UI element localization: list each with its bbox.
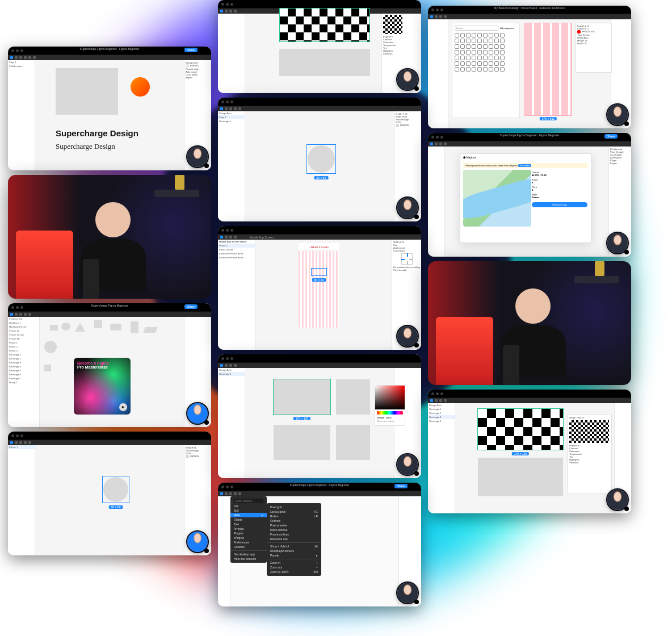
frame-size-label: 375 × 812 <box>540 117 557 120</box>
main-menu[interactable]: File Edit View▸ Object Text Arrange Plug… <box>230 496 267 563</box>
tile-image-fill-checker[interactable]: Exposure Contrast Saturation Temperature… <box>218 0 421 93</box>
phone-header: ‹ Read 2 books <box>299 243 339 251</box>
grid-preview-frame[interactable]: 375 × 812 <box>524 23 572 116</box>
get-token-button[interactable]: Get token <box>518 164 531 167</box>
color-picker-popover[interactable]: 000000 100% Document colors <box>375 385 405 426</box>
icon-grid[interactable] <box>455 33 517 72</box>
checker-image[interactable] <box>478 409 563 450</box>
figma-toolbar[interactable] <box>8 55 211 60</box>
layout-grid-settings-popover[interactable]: Layout grid Columns 5 FF0000 10% Type St… <box>576 23 612 73</box>
phone-frame[interactable]: ‹ Read 2 books 80 × 24 <box>299 243 339 328</box>
heading-sans: Supercharge Design <box>56 128 138 138</box>
selection-size-label: 80 × 80 <box>314 176 329 179</box>
constraints-widget[interactable] <box>401 253 413 265</box>
tile-quick-actions[interactable]: Supercharge Figma Beginner · Figma Begin… <box>218 483 421 606</box>
instructor-video-large-2[interactable] <box>428 261 631 385</box>
collage-stage: Supercharge Figma Beginner · Figma Begin… <box>0 0 672 636</box>
image-preview-thumb[interactable] <box>569 420 609 443</box>
masterclass-card[interactable]: Become a Figma Pro Masterclass ▸ <box>74 358 131 415</box>
tile-mobile-constraints[interactable]: Mobile App Screen Mobile App Screen Name… <box>218 226 421 350</box>
tile-text-styles[interactable]: Supercharge Figma Beginner · Figma Begin… <box>8 47 211 170</box>
generate-map-button[interactable]: Generate map <box>532 202 587 207</box>
tile-masterclass-frames[interactable]: Supercharge Figma Beginner Share iPad mi… <box>8 303 211 427</box>
layer-row[interactable]: Collaboration <box>8 64 35 68</box>
project-title: Supercharge Figma Beginner · Figma Begin… <box>80 47 140 51</box>
tile-color-picker[interactable]: Design Area Rectangle 3 170 × 100 000000… <box>218 354 421 478</box>
color-field[interactable] <box>375 386 405 409</box>
selection-box <box>306 144 336 174</box>
quick-actions-input[interactable] <box>234 499 263 503</box>
share-button[interactable]: Share <box>604 134 618 139</box>
orange-circle[interactable] <box>131 77 150 97</box>
tile-ellipse-inspector[interactable]: Design Area Page 1 Rectangle 1 80 × 80 X… <box>218 98 421 221</box>
play-icon[interactable]: ▸ <box>119 403 127 411</box>
layers-sidebar[interactable]: iPad mini 8.3 Desktop - 1 MacBook Pro 14… <box>8 317 40 427</box>
tile-mapbox-plugin[interactable]: Supercharge Figma Beginner · Figma Begin… <box>428 133 631 257</box>
share-button[interactable]: Share <box>184 48 198 52</box>
tile-ellipse-simple[interactable]: Ellipse 1 80 × 80 W 80 H 80 Pass through… <box>8 432 211 555</box>
layer-row[interactable]: Page 1 <box>8 60 35 64</box>
canvas[interactable]: Supercharge Design Supercharge Design <box>35 60 184 170</box>
heading-serif: Supercharge Design <box>56 142 115 151</box>
layers-sidebar[interactable]: Page 1 Collaboration <box>8 60 35 170</box>
hue-slider[interactable] <box>377 411 403 415</box>
file-breadcrumb: My Beautiful Design / Mood Board · Netwo… <box>494 6 565 10</box>
plugin-title: Mapbox <box>466 156 476 159</box>
icon-library-popover[interactable]: All categories <box>452 23 520 118</box>
selected-element[interactable] <box>311 268 327 276</box>
image-fill-popover[interactable]: Image · Fill · 0° Exposure Contrast Satu… <box>568 415 612 494</box>
tile-layout-grid-icons[interactable]: My Beautiful Design / Mood Board · Netwo… <box>428 6 631 128</box>
layers-sidebar[interactable]: Design Area Page 1 Rectangle 1 <box>218 111 245 221</box>
icon-search-input[interactable] <box>455 26 498 31</box>
view-submenu[interactable]: Pixel grid Layout grids⇧G Rulers⇧R Outli… <box>267 503 321 576</box>
checker-image-large[interactable] <box>279 8 370 42</box>
category-dropdown[interactable]: All categories <box>500 27 514 30</box>
mac-titlebar: Supercharge Figma Beginner · Figma Begin… <box>8 47 211 55</box>
gray-rectangle <box>279 49 370 76</box>
gray-rectangle[interactable] <box>56 68 118 115</box>
layers-sidebar[interactable]: Mobile App Screen Name Frame 2 Read 2 bo… <box>218 240 255 350</box>
image-thumb[interactable] <box>383 15 402 34</box>
map-properties[interactable]: Center46.315, -72.55 Zoom9 Pitch0 StyleS… <box>528 170 591 227</box>
instructor-video-large[interactable] <box>8 175 211 299</box>
map-preview[interactable] <box>463 170 531 227</box>
mapbox-plugin-panel[interactable]: ⬢ Mapbox Please provide your own access … <box>460 153 591 243</box>
selection-box <box>102 476 129 503</box>
selected-rectangle[interactable] <box>274 379 330 415</box>
tile-image-panel[interactable]: Design Area Rectangle 1 Rectangle 2 Rect… <box>428 390 631 513</box>
